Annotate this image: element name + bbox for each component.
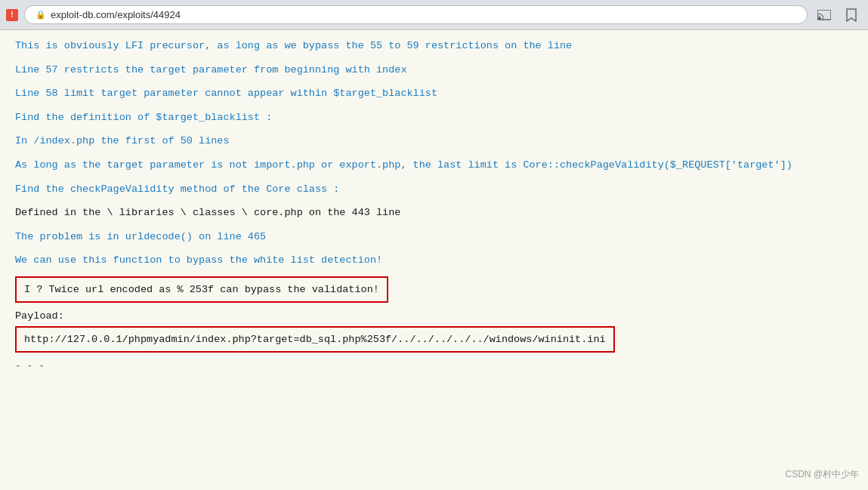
line-problem-urldecode: The problem is in urldecode() on line 46… bbox=[15, 229, 853, 245]
browser-favicon: ! bbox=[6, 9, 18, 21]
url-text: exploit-db.com/exploits/44924 bbox=[51, 9, 181, 20]
browser-actions bbox=[814, 5, 862, 26]
address-bar[interactable]: 🔒 exploit-db.com/exploits/44924 bbox=[24, 5, 808, 24]
line-lfi-precursor: This is obviously LFI precursor, as long… bbox=[15, 38, 853, 54]
validation-bypass-box: I ? Twice url encoded as % 253f can bypa… bbox=[15, 276, 388, 303]
line-use-function: We can use this function to bypass the w… bbox=[15, 252, 853, 269]
cast-button[interactable] bbox=[814, 5, 835, 26]
watermark: CSDN @村中少年 bbox=[785, 468, 859, 481]
bookmark-button[interactable] bbox=[841, 5, 862, 26]
payload-label: Payload: bbox=[15, 310, 853, 322]
dashes: - - - bbox=[15, 360, 853, 371]
payload-url-box: http://127.0.0.1/phpmyadmin/index.php?ta… bbox=[15, 326, 615, 353]
content-area: This is obviously LFI precursor, as long… bbox=[0, 30, 868, 490]
line-find-checkpage: Find the checkPageValidity method of the… bbox=[15, 181, 853, 198]
line-find-definition: Find the definition of $target_blacklist… bbox=[15, 109, 853, 126]
line-defined-in: Defined in the \ libraries \ classes \ c… bbox=[15, 205, 853, 221]
line-57-restricts: Line 57 restricts the target parameter f… bbox=[15, 62, 853, 79]
browser-chrome: ! 🔒 exploit-db.com/exploits/44924 bbox=[0, 0, 868, 30]
line-as-long-as: As long as the target parameter is not i… bbox=[15, 157, 853, 174]
lock-icon: 🔒 bbox=[36, 10, 46, 20]
line-58-limit: Line 58 limit target parameter cannot ap… bbox=[15, 85, 853, 102]
line-index-php: In /index.php the first of 50 lines bbox=[15, 133, 853, 149]
